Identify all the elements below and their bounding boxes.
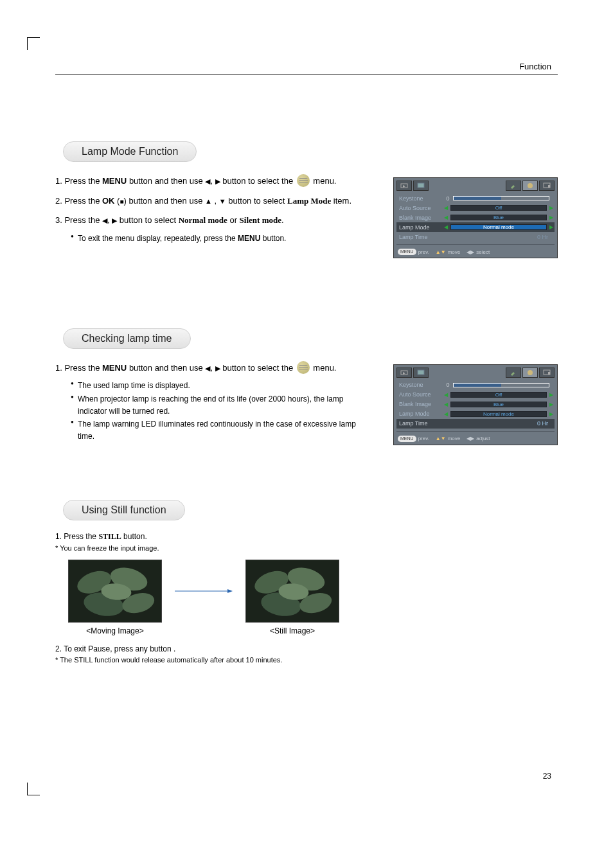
section-lamp-mode: Lamp Mode Function 1. Press the MENU but… [55,128,558,245]
osd-hint-menu: MENUprev. [398,249,429,255]
content-area: Lamp Mode Function 1. Press the MENU but… [55,128,558,664]
osd-tab-setup-icon [522,368,538,378]
osd-row-lamp-mode: Lamp Mode ◀ Normal mode ▶ [396,409,555,419]
right-long-arrow-icon [175,589,233,593]
svg-rect-4 [548,185,550,188]
right-arrow-icon: ▶ [215,362,220,375]
osd-label: Blank Image [396,401,443,407]
still-step-2: 2. To exit Pause, press any button . [55,644,558,653]
text: move [448,436,461,441]
osd-keystone-value: 0 [443,382,453,388]
osd-hint-bar: MENUprev. ▲▼move ◀▶adjust [396,434,555,442]
osd-row-keystone: Keystone 0 [396,193,555,203]
osd-value-highlight: Normal mode [450,224,547,230]
lamp-mode-step-3: 3. Press the ◀, ▶ button to select Norma… [55,213,364,229]
text: button to select the [220,363,296,373]
caption-moving: <Moving Image> [68,626,162,635]
osd-label: Blank Image [396,215,443,221]
right-arrow-icon: ▶ [548,215,555,220]
page-number: 23 [543,772,551,781]
osd-hint-move: ▲▼move [436,436,460,441]
text: 1. Press the [55,532,98,541]
svg-rect-9 [548,372,550,375]
setup-menu-icon [297,174,310,187]
moving-image-thumbnail [68,560,162,623]
text: select [476,249,490,255]
osd-label: Keystone [396,195,443,202]
osd-tab-tool-icon [506,368,521,378]
osd-value: 0 Hr [443,234,555,240]
text: or [227,215,240,225]
leftright-arrow-icon: ◀▶ [466,436,474,441]
text: button. [260,234,286,243]
crop-mark-top-left [27,37,40,50]
section-body-still: 1. Press the STILL button. * You can fre… [55,532,558,664]
check-lamp-step-1: 1. Press the MENU button and then use ◀,… [55,360,364,376]
osd-label: Keystone [396,382,443,388]
osd-row-blank-image: Blank Image ◀ Blue ▶ [396,213,555,222]
left-arrow-icon: ◀ [443,402,449,407]
still-captions: <Moving Image> <Still Image> [68,626,558,635]
osd-hint-adjust: ◀▶adjust [466,436,490,441]
osd-tab-bar [396,368,555,378]
osd-tab-display-icon [413,368,429,378]
left-arrow-icon: ◀ [443,224,449,230]
silent-mode-label: Silent mode [240,215,281,225]
caption-still: <Still Image> [245,626,339,635]
left-arrow-icon: ◀ [443,205,449,211]
check-lamp-notes: The used lamp time is displayed. When pr… [71,380,364,442]
left-arrow-icon: ◀ [205,175,210,188]
osd-row-blank-image: Blank Image ◀ Blue ▶ [396,400,555,409]
osd-tab-tool-icon [506,181,521,191]
leaves-icon [69,560,161,622]
osd-divider [396,431,555,432]
lamp-mode-step-2: 2. Press the OK (■) button and then use … [55,193,364,209]
text: item. [331,196,351,206]
osd-label: Lamp Mode [396,224,443,231]
right-arrow-icon: ▶ [548,402,555,407]
osd-row-keystone: Keystone 0 [396,380,555,390]
still-step-1: 1. Press the STILL button. [55,532,558,542]
osd-tab-display-icon [413,181,429,191]
section-still: Using Still function 1. Press the STILL … [55,487,558,664]
text: 1. Press the [55,176,102,186]
still-image-thumbnail [245,560,339,623]
osd-tab-setup-icon [522,181,538,191]
right-arrow-icon: ▶ [548,224,555,230]
svg-rect-1 [418,183,424,188]
normal-mode-label: Normal mode [179,215,227,225]
up-arrow-icon: ▲ [205,195,212,208]
ok-word: OK [102,196,115,206]
note-lamp-end-of-life: When projector lamp is reaching the end … [71,393,364,417]
osd-keystone-bar [453,383,549,387]
right-arrow-icon: ▶ [548,411,555,417]
osd-hint-select: ◀▶select [466,249,490,255]
check-lamp-steps: 1. Press the MENU button and then use ◀,… [55,360,364,443]
osd-tab-screen-icon [539,368,555,378]
osd-label: Lamp Mode [396,411,443,417]
menu-word: MENU [238,234,260,243]
note-exit-menu: To exit the menu display, repeatedly, pr… [71,233,364,245]
section-body-lamp-mode: 1. Press the MENU button and then use ◀,… [55,173,558,245]
text: To exit the menu display, repeatedly, pr… [78,234,238,243]
osd-hint-bar: MENUprev. ▲▼move ◀▶select [396,247,555,255]
osd-hint-move: ▲▼move [436,249,460,255]
osd-label: Auto Source [396,391,443,398]
svg-marker-17 [227,589,233,593]
section-check-lamp: Checking lamp time 1. Press the MENU but… [55,315,558,443]
text: . [281,215,284,225]
osd-row-auto-source: Auto Source ◀ Off ▶ [396,203,555,213]
svg-point-2 [528,183,533,188]
left-arrow-icon: ◀ [205,362,210,375]
osd-value: Off [450,392,547,398]
caption-spacer [175,626,233,635]
text: button and then use [127,176,205,186]
osd-row-lamp-time: Lamp Time 0 Hr [396,232,555,242]
text: 1. Press the [55,363,102,373]
still-note-freeze: * You can freeze the input image. [55,544,558,552]
header-rule [55,75,558,75]
osd-label: Auto Source [396,205,443,211]
osd-value: Blue [450,402,547,407]
leaves-icon [246,560,339,622]
section-title-lamp-mode: Lamp Mode Function [63,141,197,162]
